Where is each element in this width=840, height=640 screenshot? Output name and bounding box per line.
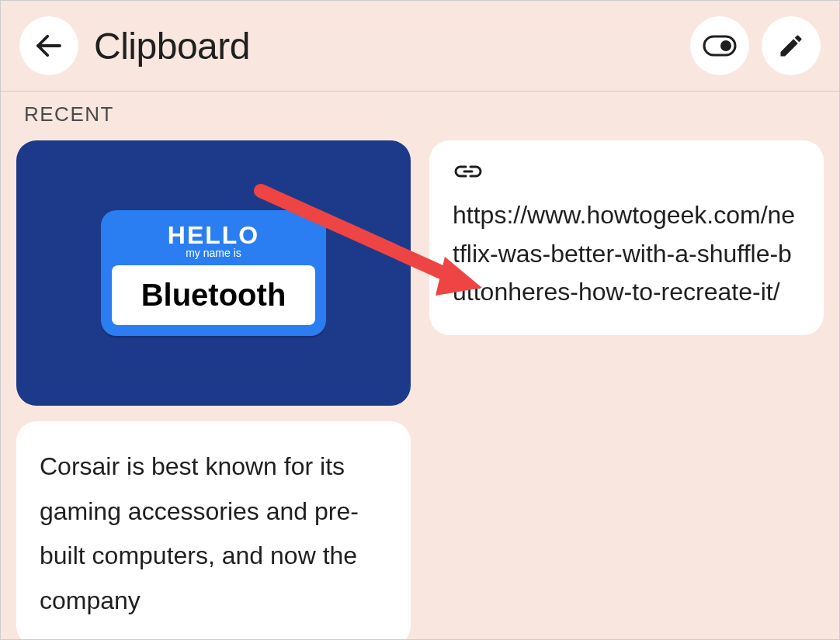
nametag-sub: my name is [112,247,315,259]
column-right: https://www.howtogeek.com/netflix-was-be… [429,140,824,640]
text-clip-content: Corsair is best known for its gaming acc… [40,445,387,623]
nametag-hello: HELLO [112,221,315,250]
toggle-button[interactable] [690,16,749,75]
toggle-icon [703,35,737,57]
clip-text[interactable]: Corsair is best known for its gaming acc… [16,421,411,640]
link-url: https://www.howtogeek.com/netflix-was-be… [453,196,800,312]
column-left: HELLO my name is Bluetooth Corsair is be… [16,140,411,640]
svg-point-2 [720,40,731,51]
arrow-left-icon [33,29,65,62]
clip-image[interactable]: HELLO my name is Bluetooth [16,140,411,406]
page-title: Clipboard [94,25,675,67]
pencil-icon [777,32,805,60]
header-actions [690,16,821,75]
clip-link[interactable]: https://www.howtogeek.com/netflix-was-be… [429,140,824,335]
back-button[interactable] [19,16,78,75]
nametag-graphic: HELLO my name is Bluetooth [101,210,326,336]
clips-container: HELLO my name is Bluetooth Corsair is be… [1,134,839,640]
nametag-name: Bluetooth [112,265,315,325]
link-icon [453,162,800,184]
edit-button[interactable] [762,16,821,75]
section-label: RECENT [1,92,839,134]
header: Clipboard [1,1,839,92]
